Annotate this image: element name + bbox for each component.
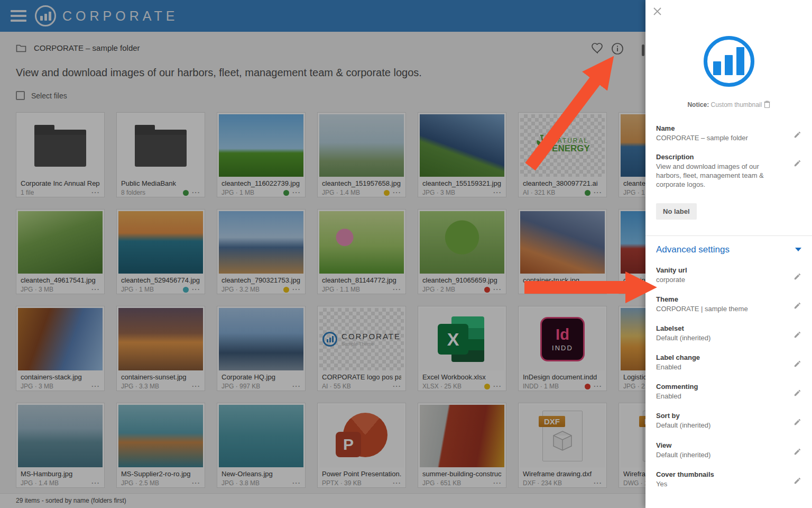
- advanced-settings-list: Vanity urlcorporateThemeCORPORATE | samp…: [656, 266, 801, 488]
- folder-details-panel: Notice: Custom thumbnail Name CORPORATE …: [645, 0, 812, 508]
- edit-theme-button[interactable]: [793, 302, 801, 311]
- chevron-down-icon: [795, 248, 801, 251]
- notice-label: Notice:: [687, 101, 709, 108]
- setting-sort-by: Sort byDefault (inherited): [656, 412, 801, 430]
- setting-label: Label change: [656, 353, 786, 361]
- setting-value: Yes: [656, 479, 786, 488]
- setting-theme: ThemeCORPORATE | sample theme: [656, 295, 801, 313]
- edit-label-change-button[interactable]: [793, 360, 801, 369]
- setting-value: Enabled: [656, 362, 786, 371]
- setting-value: CORPORATE | sample theme: [656, 304, 786, 313]
- panel-divider: [645, 235, 812, 236]
- setting-view: ViewDefault (inherited): [656, 441, 801, 459]
- edit-description-button[interactable]: [793, 159, 801, 169]
- description-value: View and download images of our harbors,…: [656, 162, 786, 189]
- dim-overlay: [0, 0, 645, 508]
- setting-labelset: LabelsetDefault (inherited): [656, 324, 801, 342]
- setting-value: Default (inherited): [656, 333, 786, 342]
- edit-cover-thumbnails-button[interactable]: [793, 477, 801, 486]
- setting-value: Default (inherited): [656, 421, 786, 430]
- notice-value: Custom thumbnail: [710, 101, 762, 108]
- setting-label: Commenting: [656, 383, 786, 391]
- setting-label: Labelset: [656, 324, 786, 332]
- setting-vanity-url: Vanity urlcorporate: [656, 266, 801, 284]
- app-window: CORPORATE CORPORATE – sample folder View…: [0, 0, 812, 508]
- setting-value: Enabled: [656, 392, 786, 401]
- edit-labelset-button[interactable]: [793, 331, 801, 340]
- no-label-chip[interactable]: No label: [656, 203, 697, 220]
- edit-view-button[interactable]: [793, 448, 801, 457]
- setting-label-change: Label changeEnabled: [656, 353, 801, 371]
- description-label: Description: [656, 153, 786, 161]
- name-field: Name CORPORATE – sample folder: [656, 124, 801, 142]
- setting-commenting: CommentingEnabled: [656, 383, 801, 401]
- setting-cover-thumbnails: Cover thumbnailsYes: [656, 470, 801, 488]
- edit-commenting-button[interactable]: [793, 389, 801, 398]
- advanced-settings-label: Advanced settings: [656, 244, 730, 255]
- edit-sort-by-button[interactable]: [793, 418, 801, 428]
- setting-label: Sort by: [656, 412, 786, 420]
- close-icon[interactable]: [653, 7, 662, 18]
- name-label: Name: [656, 124, 786, 132]
- setting-value: Default (inherited): [656, 450, 786, 459]
- setting-label: Cover thumbnails: [656, 470, 786, 478]
- edit-name-button[interactable]: [793, 131, 801, 140]
- setting-label: View: [656, 441, 786, 449]
- setting-value: corporate: [656, 275, 786, 284]
- setting-label: Vanity url: [656, 266, 786, 274]
- edit-vanity-url-button[interactable]: [793, 273, 801, 282]
- advanced-settings-toggle[interactable]: Advanced settings: [656, 244, 801, 255]
- setting-label: Theme: [656, 295, 786, 303]
- notice-line: Notice: Custom thumbnail: [645, 101, 812, 108]
- name-value: CORPORATE – sample folder: [656, 133, 786, 142]
- trash-icon[interactable]: [764, 101, 770, 108]
- folder-thumbnail-logo: [704, 36, 754, 87]
- description-field: Description View and download images of …: [656, 153, 801, 189]
